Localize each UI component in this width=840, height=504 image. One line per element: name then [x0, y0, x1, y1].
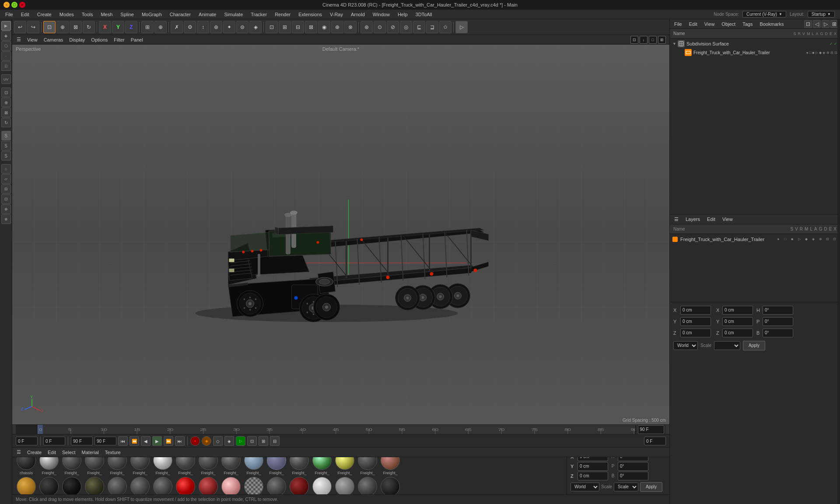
om-menu-tags[interactable]: Tags: [740, 21, 755, 28]
material-item-11[interactable]: Freight_: [266, 457, 287, 475]
material-item-chassis[interactable]: chassis: [16, 457, 37, 475]
material-item-9[interactable]: Freight_: [220, 457, 242, 475]
sidebar-tool2[interactable]: ▱: [1, 174, 11, 184]
rcp-z-input[interactable]: [680, 329, 711, 337]
tool-k[interactable]: ⊠: [305, 21, 317, 33]
material-item-8[interactable]: Freight_: [198, 457, 219, 475]
layer-icon-deform[interactable]: ⊕: [817, 236, 823, 242]
apply-button[interactable]: Apply: [640, 482, 662, 492]
sidebar-tool1[interactable]: ⌂: [1, 164, 11, 174]
tool-t[interactable]: ⊒: [426, 21, 438, 33]
z-position-input[interactable]: 0 cm: [578, 472, 608, 480]
mat-menu-texture[interactable]: Texture: [102, 449, 123, 456]
pb-extra-2[interactable]: ⊞: [259, 436, 268, 446]
rcp-scale-select[interactable]: [714, 341, 740, 350]
mat-menu-edit[interactable]: Edit: [45, 449, 59, 456]
material-item-r2-4[interactable]: Freight_: [107, 477, 128, 495]
rcp-y-input[interactable]: [680, 317, 711, 326]
rotate-tool[interactable]: ↻: [83, 21, 95, 33]
om-menu-file[interactable]: File: [672, 21, 685, 28]
sidebar-select[interactable]: ⊡: [1, 88, 11, 97]
tool-f[interactable]: ⊜: [236, 21, 248, 33]
sidebar-scale[interactable]: ⊠: [1, 108, 11, 117]
sidebar-btn-5[interactable]: UV: [1, 74, 11, 84]
node-space-value[interactable]: Current (V-Ray) ▼: [742, 11, 786, 18]
material-item-r2-15[interactable]: Freight_: [357, 477, 378, 495]
3d-viewport[interactable]: Perspective Default Camera:*: [12, 45, 669, 424]
axis-z[interactable]: Z: [125, 21, 137, 33]
vp-ctrl-3[interactable]: □: [649, 36, 657, 44]
sidebar-btn-0[interactable]: ▶: [1, 21, 11, 31]
rcp-world-select[interactable]: World Local: [673, 341, 698, 350]
layer-icon-xray[interactable]: ⊡: [831, 236, 837, 242]
material-item-r2-12[interactable]: Freight_: [289, 477, 310, 495]
material-item-r2-2[interactable]: Freight_: [61, 477, 82, 495]
material-item-1[interactable]: Freight_: [38, 457, 60, 475]
record-button[interactable]: ●: [190, 436, 200, 446]
material-item-13[interactable]: Freight_: [312, 457, 332, 475]
tool-s[interactable]: ⊑: [413, 21, 425, 33]
layer-icon-play[interactable]: ▷: [796, 236, 802, 242]
sidebar-btn-2[interactable]: ⬡: [1, 41, 11, 51]
material-item-7[interactable]: Freight_: [175, 457, 196, 475]
menu-extensions[interactable]: Extensions: [295, 11, 326, 18]
rcp-b-input[interactable]: [763, 329, 793, 337]
tool-m[interactable]: ⊕: [331, 21, 343, 33]
step-forward-button[interactable]: ⏩: [164, 436, 173, 446]
lp-menu-layers[interactable]: Layers: [683, 216, 703, 223]
material-item-4[interactable]: Freight_: [107, 457, 128, 475]
live-select-tool[interactable]: ⊡: [43, 21, 56, 33]
sidebar-tool6[interactable]: ⊗: [1, 214, 11, 224]
layer-icon-box[interactable]: □: [782, 236, 788, 242]
end-frame-input[interactable]: [638, 425, 664, 434]
menu-arnold[interactable]: Arnold: [347, 11, 368, 18]
tool-p[interactable]: ⊙: [374, 21, 386, 33]
vp-ctrl-4[interactable]: ⊞: [658, 36, 666, 44]
motion-clip-btn[interactable]: ▷: [236, 436, 245, 446]
menu-character[interactable]: Character: [166, 11, 194, 18]
material-item-r2-5[interactable]: Freight_: [130, 477, 150, 495]
axis-y[interactable]: Y: [112, 21, 124, 33]
rcp-x2-input[interactable]: [722, 306, 753, 315]
rcp-z2-input[interactable]: [722, 329, 753, 337]
lp-menu-view[interactable]: View: [720, 216, 735, 223]
sidebar-move[interactable]: ⊕: [1, 98, 11, 107]
om-menu-bookmarks[interactable]: Bookmarks: [757, 21, 786, 28]
pb-extra-3[interactable]: ⊟: [270, 436, 280, 446]
sidebar-s2[interactable]: S: [1, 141, 11, 150]
mat-menu-hamburger[interactable]: ☰: [14, 448, 24, 456]
om-toolbar-icon-2[interactable]: ◁: [813, 20, 821, 28]
menu-spline[interactable]: Spline: [117, 11, 137, 18]
tool-n[interactable]: ⊗: [344, 21, 357, 33]
mat-menu-create[interactable]: Create: [24, 449, 44, 456]
sidebar-tool3[interactable]: ⊟: [1, 184, 11, 194]
om-menu-object[interactable]: Object: [719, 21, 738, 28]
material-item-r2-8[interactable]: Freight_: [198, 477, 219, 495]
space-select[interactable]: World Local Camera: [570, 483, 599, 491]
sidebar-btn-4[interactable]: ⌸: [1, 61, 11, 71]
tool-c[interactable]: ↕: [197, 21, 209, 33]
timeline-ruler-corner[interactable]: [16, 425, 38, 434]
sidebar-s1[interactable]: S: [1, 131, 11, 140]
mat-menu-material[interactable]: Material: [79, 449, 102, 456]
tool-e[interactable]: ✦: [223, 21, 235, 33]
h-input[interactable]: [618, 457, 648, 461]
menu-3dtoall[interactable]: 3DToAll: [412, 11, 436, 18]
maximize-button[interactable]: □: [11, 2, 18, 8]
material-item-6[interactable]: Freight_: [152, 457, 173, 475]
sidebar-btn-1[interactable]: ◈: [1, 31, 11, 41]
x-position-input[interactable]: 0 cm: [578, 457, 608, 461]
menu-render[interactable]: Render: [271, 11, 294, 18]
scale-tool[interactable]: ⊠: [70, 21, 82, 33]
tool-q[interactable]: ⊘: [387, 21, 399, 33]
material-item-3[interactable]: Freight_: [84, 457, 105, 475]
rcp-apply-button[interactable]: Apply: [743, 341, 765, 350]
tool-u[interactable]: ✩: [439, 21, 452, 33]
b-input[interactable]: [618, 472, 648, 480]
menu-mograph[interactable]: MoGraph: [138, 11, 165, 18]
rcp-y2-input[interactable]: [722, 317, 753, 326]
preview-start-input[interactable]: [71, 437, 93, 445]
material-item-10[interactable]: Freight_: [243, 457, 264, 475]
material-item-r2-13[interactable]: Freight_: [312, 477, 332, 495]
viewport-menu-display[interactable]: Display: [66, 36, 88, 43]
